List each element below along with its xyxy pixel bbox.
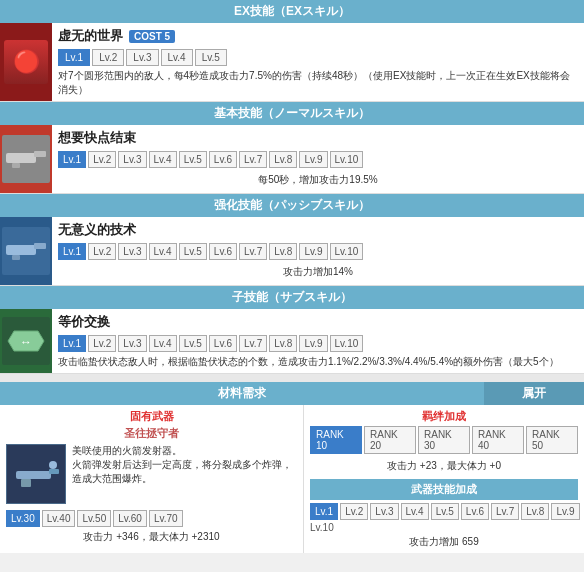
weapon-desc: 美咲使用的火箭发射器。 火箭弹发射后达到一定高度，将分裂成多个炸弹，造成大范围爆…	[72, 444, 297, 486]
ex-skill-name-row: 虚无的世界 COST 5	[58, 27, 578, 45]
basic-level-tab[interactable]: Lv.5	[179, 151, 207, 168]
ex-skill-row: 🔴 虚无的世界 COST 5 Lv.1Lv.2Lv.3Lv.4Lv.5 对7个圆…	[0, 23, 584, 102]
ex-skill-header: EX技能（EXスキル）	[0, 0, 584, 23]
weapon-skill-lv-tab[interactable]: Lv.8	[521, 503, 549, 520]
ex-skill-char: 🔴	[4, 40, 48, 84]
weapon-skill-lv-tabs[interactable]: Lv.1Lv.2Lv.3Lv.4Lv.5Lv.6Lv.7Lv.8Lv.9	[310, 503, 578, 520]
sub-level-tab[interactable]: Lv.1	[58, 335, 86, 352]
basic-level-tab[interactable]: Lv.3	[118, 151, 146, 168]
passive-skill-level-tabs[interactable]: Lv.1Lv.2Lv.3Lv.4Lv.5Lv.6Lv.7Lv.8Lv.9Lv.1…	[58, 243, 578, 260]
passive-skill-icon-img	[2, 227, 50, 275]
passive-level-tab[interactable]: Lv.5	[179, 243, 207, 260]
passive-level-tab[interactable]: Lv.10	[330, 243, 364, 260]
passive-skill-name: 无意义的技术	[58, 221, 136, 239]
ex-level-tab[interactable]: Lv.5	[195, 49, 227, 66]
rank-bonus-desc: 攻击力 +23，最大体力 +0	[310, 457, 578, 475]
svg-rect-9	[49, 469, 59, 474]
basic-skill-header: 基本技能（ノーマルスキル）	[0, 102, 584, 125]
basic-level-tab[interactable]: Lv.6	[209, 151, 237, 168]
basic-skill-name: 想要快点结束	[58, 129, 136, 147]
weapon-skill-desc: 攻击力增加 659	[310, 535, 578, 549]
sub-skill-icon-img: ↔	[2, 317, 50, 365]
sub-skill-content: 等价交换 Lv.1Lv.2Lv.3Lv.4Lv.5Lv.6Lv.7Lv.8Lv.…	[52, 309, 584, 373]
weapon-lv-tab[interactable]: Lv.50	[77, 510, 111, 527]
weapon-skill-lv-tab[interactable]: Lv.3	[370, 503, 398, 520]
rank-tab[interactable]: RANK 40	[472, 426, 524, 454]
weapon-skill-lv-tab[interactable]: Lv.1	[310, 503, 338, 520]
passive-level-tab[interactable]: Lv.4	[149, 243, 177, 260]
passive-level-tab[interactable]: Lv.6	[209, 243, 237, 260]
ex-skill-content: 虚无的世界 COST 5 Lv.1Lv.2Lv.3Lv.4Lv.5 对7个圆形范…	[52, 23, 584, 101]
weapon-section-label: 固有武器	[6, 409, 297, 424]
sub-level-tab[interactable]: Lv.10	[330, 335, 364, 352]
passive-level-tab[interactable]: Lv.2	[88, 243, 116, 260]
weapon-skill-lv-tab[interactable]: Lv.2	[340, 503, 368, 520]
section-separator	[0, 374, 584, 382]
ex-skill-level-tabs[interactable]: Lv.1Lv.2Lv.3Lv.4Lv.5	[58, 49, 578, 66]
basic-skill-desc: 每50秒，增加攻击力19.5%	[58, 171, 578, 189]
ex-skill-desc: 对7个圆形范围内的敌人，每4秒造成攻击力7.5%的伤害（持续48秒）（使用EX技…	[58, 69, 578, 97]
weapon-skill-lv-tab[interactable]: Lv.5	[431, 503, 459, 520]
svg-point-10	[49, 461, 57, 469]
sub-level-tab[interactable]: Lv.9	[299, 335, 327, 352]
weapon-lv-tab[interactable]: Lv.70	[149, 510, 183, 527]
svg-text:↔: ↔	[20, 335, 32, 349]
basic-skill-name-row: 想要快点结束	[58, 129, 578, 147]
ex-level-tab[interactable]: Lv.1	[58, 49, 90, 66]
weapon-skill-lv-tab[interactable]: Lv.7	[491, 503, 519, 520]
basic-level-tab[interactable]: Lv.2	[88, 151, 116, 168]
ex-skill-icon: 🔴	[0, 23, 52, 101]
ex-level-tab[interactable]: Lv.2	[92, 49, 124, 66]
rank-tabs[interactable]: RANK 10RANK 20RANK 30RANK 40RANK 50	[310, 426, 578, 454]
weapon-lv-stat: 攻击力 +346，最大体力 +2310	[6, 530, 297, 544]
weapon-skill-lv-tab[interactable]: Lv.9	[551, 503, 579, 520]
sub-skill-name-row: 等价交换	[58, 313, 578, 331]
passive-level-tab[interactable]: Lv.7	[239, 243, 267, 260]
sub-level-tab[interactable]: Lv.3	[118, 335, 146, 352]
weapon-lv-row[interactable]: Lv.30Lv.40Lv.50Lv.60Lv.70	[6, 510, 297, 527]
passive-skill-desc: 攻击力增加14%	[58, 263, 578, 281]
materials-header: 材料需求 属开	[0, 382, 584, 405]
sub-level-tab[interactable]: Lv.6	[209, 335, 237, 352]
sub-level-tab[interactable]: Lv.5	[179, 335, 207, 352]
ex-skill-cost: COST 5	[129, 30, 175, 43]
passive-level-tab[interactable]: Lv.9	[299, 243, 327, 260]
passive-level-tab[interactable]: Lv.3	[118, 243, 146, 260]
passive-skill-row: 无意义的技术 Lv.1Lv.2Lv.3Lv.4Lv.5Lv.6Lv.7Lv.8L…	[0, 217, 584, 286]
basic-skill-level-tabs[interactable]: Lv.1Lv.2Lv.3Lv.4Lv.5Lv.6Lv.7Lv.8Lv.9Lv.1…	[58, 151, 578, 168]
sub-skill-level-tabs[interactable]: Lv.1Lv.2Lv.3Lv.4Lv.5Lv.6Lv.7Lv.8Lv.9Lv.1…	[58, 335, 578, 352]
basic-level-tab[interactable]: Lv.10	[330, 151, 364, 168]
ex-level-tab[interactable]: Lv.3	[126, 49, 158, 66]
weapon-lv-tab[interactable]: Lv.40	[42, 510, 76, 527]
passive-level-tab[interactable]: Lv.8	[269, 243, 297, 260]
rank-tab[interactable]: RANK 10	[310, 426, 362, 454]
ex-skill-name: 虚无的世界	[58, 27, 123, 45]
weapon-lv-tab[interactable]: Lv.60	[113, 510, 147, 527]
svg-rect-8	[16, 471, 51, 479]
basic-level-tab[interactable]: Lv.1	[58, 151, 86, 168]
svg-rect-2	[12, 163, 20, 168]
basic-level-tab[interactable]: Lv.8	[269, 151, 297, 168]
passive-level-tab[interactable]: Lv.1	[58, 243, 86, 260]
rank-tab[interactable]: RANK 20	[364, 426, 416, 454]
sub-level-tab[interactable]: Lv.2	[88, 335, 116, 352]
sub-level-tab[interactable]: Lv.8	[269, 335, 297, 352]
passive-skill-header: 强化技能（パッシブスキル）	[0, 194, 584, 217]
rank-tab[interactable]: RANK 50	[526, 426, 578, 454]
basic-skill-row: 想要快点结束 Lv.1Lv.2Lv.3Lv.4Lv.5Lv.6Lv.7Lv.8L…	[0, 125, 584, 194]
basic-level-tab[interactable]: Lv.4	[149, 151, 177, 168]
weapon-skill-header: 武器技能加成	[310, 479, 578, 500]
basic-level-tab[interactable]: Lv.7	[239, 151, 267, 168]
materials-section: 材料需求 属开 固有武器 圣往拯守者 美咲使用的火箭发射器。 火箭弹发射后达到一…	[0, 382, 584, 553]
weapon-lv-tab[interactable]: Lv.30	[6, 510, 40, 527]
svg-rect-0	[6, 153, 36, 163]
sub-level-tab[interactable]: Lv.4	[149, 335, 177, 352]
basic-level-tab[interactable]: Lv.9	[299, 151, 327, 168]
weapon-skill-lv-tab[interactable]: Lv.4	[401, 503, 429, 520]
svg-rect-1	[34, 151, 46, 157]
rank-tab[interactable]: RANK 30	[418, 426, 470, 454]
ex-level-tab[interactable]: Lv.4	[161, 49, 193, 66]
sub-level-tab[interactable]: Lv.7	[239, 335, 267, 352]
materials-left-header: 材料需求	[0, 382, 484, 405]
weapon-skill-lv-tab[interactable]: Lv.6	[461, 503, 489, 520]
